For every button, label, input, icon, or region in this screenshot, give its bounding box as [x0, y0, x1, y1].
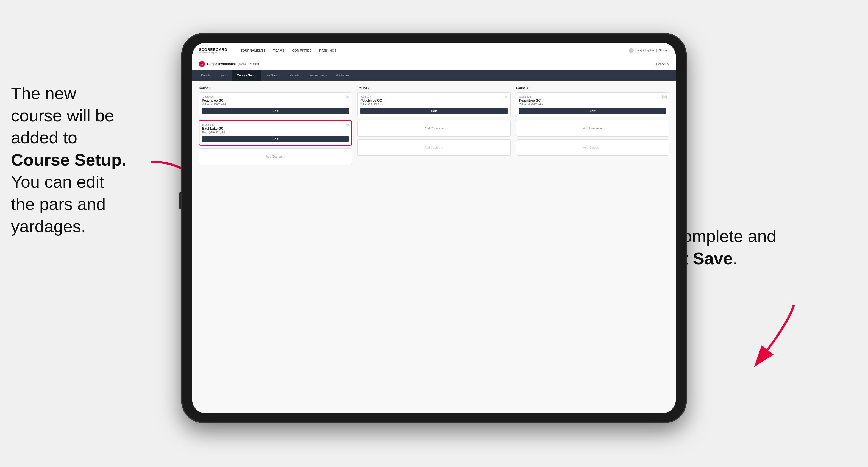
- round1-course-a-edit-button[interactable]: Edit: [202, 108, 349, 114]
- round1-course-a-card: (Course A) Peachtree GC Yellow (M) (6629…: [199, 92, 352, 117]
- tab-details[interactable]: Details: [197, 70, 215, 81]
- tab-tee-groups[interactable]: Tee Groups: [261, 70, 285, 81]
- tab-printables[interactable]: Printables: [332, 70, 354, 81]
- round2-course-a-header: (Course A): [361, 95, 507, 98]
- round2-course-a-details: Yellow (M) (6629 yds): [361, 103, 507, 105]
- nav-rankings[interactable]: RANKINGS: [319, 49, 337, 52]
- round3-add-course-disabled-label: Add Course +: [583, 146, 602, 150]
- course-b-header: (Course B): [202, 123, 348, 126]
- tablet-shell: SCOREBOARD Powered by clippd TOURNAMENTS…: [181, 33, 687, 423]
- annotation-left: The new course will be added to Course S…: [11, 83, 170, 237]
- top-nav: SCOREBOARD Powered by clippd TOURNAMENTS…: [192, 43, 676, 58]
- round2-add-course-button[interactable]: Add Course +: [358, 120, 510, 136]
- sign-out-link[interactable]: Sign out: [659, 49, 669, 52]
- rounds-grid: Round 1 (Course A) Peachtree GC Yellow (…: [199, 86, 669, 167]
- round-1-column: Round 1 (Course A) Peachtree GC Yellow (…: [199, 86, 352, 167]
- round3-add-course-plus-icon: +: [600, 126, 602, 130]
- round1-course-a-delete-button[interactable]: ⬜: [345, 95, 349, 99]
- tournament-type: (Men): [238, 62, 246, 66]
- round-3-label: Round 3: [516, 86, 669, 90]
- round3-add-course-disabled-plus-icon: +: [600, 146, 602, 150]
- round2-course-a-name: Peachtree GC: [361, 99, 507, 102]
- clippd-logo: C: [199, 61, 205, 67]
- round3-course-a-delete-button[interactable]: ⬜: [662, 95, 666, 99]
- round3-add-course-label: Add Course +: [583, 126, 602, 130]
- course-a-name: Peachtree GC: [202, 99, 349, 102]
- tablet-screen: SCOREBOARD Powered by clippd TOURNAMENTS…: [192, 43, 676, 413]
- arrow-right-icon: [711, 297, 810, 374]
- tab-course-setup[interactable]: Course Setup: [232, 70, 261, 81]
- round2-add-course-disabled: Add Course +: [358, 139, 510, 156]
- sub-header: C Clippd Invitational (Men) Hosting Canc…: [192, 58, 676, 70]
- cancel-button[interactable]: Cancel ✕: [656, 62, 669, 66]
- course-a-header: (Course A): [202, 95, 349, 98]
- logo-title: SCOREBOARD: [199, 48, 227, 52]
- round3-course-a-name: Peachtree GC: [519, 99, 666, 102]
- round2-course-a-delete-button[interactable]: ⬜: [504, 95, 508, 99]
- round-3-column: Round 3 (Course A) Peachtree GC Yellow (…: [516, 86, 669, 167]
- round3-course-a-details: Yellow (M) (6629 yds): [519, 103, 666, 105]
- round-2-column: Round 2 (Course A) Peachtree GC Yellow (…: [358, 86, 510, 167]
- cancel-x-icon: ✕: [666, 62, 669, 66]
- round2-course-a-edit-button[interactable]: Edit: [361, 108, 507, 114]
- round3-course-a-card: (Course A) Peachtree GC Yellow (M) (6629…: [516, 92, 669, 117]
- round2-course-a-card: (Course A) Peachtree GC Yellow (M) (6629…: [358, 92, 510, 117]
- top-nav-links: TOURNAMENTS TEAMS COMMITTEE RANKINGS: [241, 49, 620, 52]
- tablet-side-button: [179, 192, 181, 209]
- round3-course-a-edit-button[interactable]: Edit: [519, 108, 666, 114]
- scoreboard-logo: SCOREBOARD Powered by clippd: [199, 48, 227, 54]
- user-avatar: [629, 48, 634, 53]
- round1-add-course-button[interactable]: Add Course +: [199, 148, 352, 165]
- round2-add-course-disabled-plus-icon: +: [441, 146, 444, 150]
- logo-subtitle: Powered by clippd: [199, 52, 227, 54]
- round1-add-course-plus-icon: +: [283, 155, 285, 159]
- main-content: Round 1 (Course A) Peachtree GC Yellow (…: [192, 81, 676, 413]
- round1-add-course-label: Add Course +: [266, 155, 285, 159]
- round-2-label: Round 2: [358, 86, 510, 90]
- user-email: blair@clippd.io: [636, 49, 654, 52]
- annotation-right: Complete and hit Save.: [670, 225, 808, 270]
- round1-course-b-card: (Course B) East Lake GC Black (M) (6891 …: [199, 120, 352, 146]
- hosting-badge: Hosting: [250, 62, 259, 65]
- course-a-details: Yellow (M) (6629 yds): [202, 103, 349, 105]
- round3-add-course-disabled: Add Course +: [516, 139, 669, 156]
- course-b-name: East Lake GC: [202, 127, 348, 130]
- round-1-label: Round 1: [199, 86, 352, 90]
- round3-add-course-button[interactable]: Add Course +: [516, 120, 669, 136]
- top-nav-right: blair@clippd.io | Sign out: [629, 48, 669, 53]
- round1-course-b-edit-button[interactable]: Edit: [202, 136, 348, 142]
- tab-teams[interactable]: Teams: [215, 70, 232, 81]
- round3-course-a-header: (Course A): [519, 95, 666, 98]
- tab-leaderboards[interactable]: Leaderboards: [304, 70, 332, 81]
- tournament-name: Clippd Invitational: [207, 62, 236, 66]
- round2-add-course-plus-icon: +: [441, 126, 444, 130]
- nav-committee[interactable]: COMMITTEE: [292, 49, 312, 52]
- nav-tournaments[interactable]: TOURNAMENTS: [241, 49, 266, 52]
- round2-add-course-label: Add Course +: [424, 126, 444, 130]
- round2-add-course-disabled-label: Add Course +: [424, 146, 444, 150]
- nav-teams[interactable]: TEAMS: [273, 49, 285, 52]
- round1-course-b-delete-button[interactable]: ⬜: [345, 123, 349, 127]
- tab-bar: Details Teams Course Setup Tee Groups Re…: [192, 70, 676, 81]
- sub-header-left: C Clippd Invitational (Men) Hosting: [199, 61, 259, 67]
- nav-separator: |: [656, 49, 657, 52]
- tab-results[interactable]: Results: [285, 70, 304, 81]
- course-b-details: Black (M) (6891 yds): [202, 131, 348, 133]
